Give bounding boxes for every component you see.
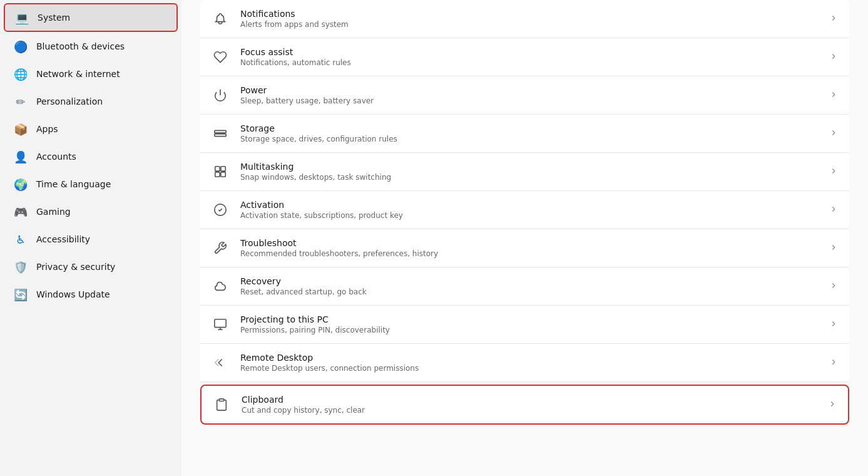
notifications-text: NotificationsAlerts from apps and system: [240, 9, 818, 29]
clipboard-title: Clipboard: [242, 395, 817, 405]
troubleshoot-icon: [212, 239, 229, 257]
time-icon: 🌍: [14, 177, 28, 191]
sidebar-label-accessibility: Accessibility: [36, 234, 90, 244]
multitasking-title: Multitasking: [240, 162, 818, 172]
activation-text: ActivationActivation state, subscription…: [240, 200, 818, 220]
recovery-chevron: [829, 281, 838, 292]
activation-title: Activation: [240, 200, 818, 210]
accessibility-icon: ♿: [14, 232, 28, 246]
main-content: NotificationsAlerts from apps and system…: [181, 0, 868, 476]
sidebar-label-network: Network & internet: [36, 69, 120, 79]
activation-chevron: [829, 205, 838, 215]
power-text: PowerSleep, battery usage, battery saver: [240, 85, 818, 105]
sidebar-label-system: System: [38, 13, 70, 23]
svg-rect-4: [221, 167, 225, 171]
settings-item-remote-desktop[interactable]: Remote DesktopRemote Desktop users, conn…: [200, 344, 849, 382]
network-icon: 🌐: [14, 67, 28, 81]
multitasking-text: MultitaskingSnap windows, desktops, task…: [240, 162, 818, 182]
notifications-desc: Alerts from apps and system: [240, 20, 818, 29]
recovery-desc: Reset, advanced startup, go back: [240, 287, 818, 296]
storage-text: StorageStorage space, drives, configurat…: [240, 123, 818, 143]
sidebar-label-personalization: Personalization: [36, 96, 103, 106]
settings-list: NotificationsAlerts from apps and system…: [200, 0, 849, 427]
power-title: Power: [240, 85, 818, 95]
remote-desktop-desc: Remote Desktop users, connection permiss…: [240, 364, 818, 373]
sidebar-item-time[interactable]: 🌍Time & language: [4, 171, 178, 197]
sidebar-label-gaming: Gaming: [36, 207, 71, 217]
sidebar-label-time: Time & language: [36, 179, 111, 189]
sidebar-item-network[interactable]: 🌐Network & internet: [4, 61, 178, 87]
settings-item-focus-assist[interactable]: Focus assistNotifications, automatic rul…: [200, 38, 849, 76]
notifications-title: Notifications: [240, 9, 818, 19]
remote-desktop-icon: [212, 354, 229, 371]
sidebar-item-privacy[interactable]: 🛡️Privacy & security: [4, 254, 178, 280]
focus-assist-title: Focus assist: [240, 47, 818, 57]
remote-desktop-title: Remote Desktop: [240, 353, 818, 363]
settings-item-troubleshoot[interactable]: TroubleshootRecommended troubleshooters,…: [200, 229, 849, 267]
sidebar-item-system[interactable]: 💻System: [4, 3, 178, 32]
system-icon: 💻: [15, 11, 29, 24]
settings-item-activation[interactable]: ActivationActivation state, subscription…: [200, 191, 849, 229]
remote-desktop-text: Remote DesktopRemote Desktop users, conn…: [240, 353, 818, 373]
sidebar-item-accounts[interactable]: 👤Accounts: [4, 143, 178, 170]
multitasking-icon: [212, 163, 229, 180]
svg-rect-8: [215, 319, 226, 328]
activation-desc: Activation state, subscriptions, product…: [240, 211, 818, 220]
settings-item-storage[interactable]: StorageStorage space, drives, configurat…: [200, 115, 849, 153]
clipboard-chevron: [828, 400, 837, 410]
sidebar-label-bluetooth: Bluetooth & devices: [36, 41, 125, 51]
settings-item-recovery[interactable]: RecoveryReset, advanced startup, go back: [200, 267, 849, 306]
notifications-chevron: [829, 14, 838, 24]
svg-rect-5: [215, 172, 220, 177]
update-icon: 🔄: [14, 287, 28, 301]
storage-title: Storage: [240, 123, 818, 133]
multitasking-desc: Snap windows, desktops, task switching: [240, 173, 818, 182]
troubleshoot-text: TroubleshootRecommended troubleshooters,…: [240, 238, 818, 258]
svg-rect-1: [215, 130, 226, 133]
focus-assist-text: Focus assistNotifications, automatic rul…: [240, 47, 818, 67]
storage-desc: Storage space, drives, configuration rul…: [240, 135, 818, 143]
power-chevron: [829, 90, 838, 101]
sidebar-item-accessibility[interactable]: ♿Accessibility: [4, 226, 178, 252]
sidebar: 💻System🔵Bluetooth & devices🌐Network & in…: [0, 0, 181, 476]
focus-assist-desc: Notifications, automatic rules: [240, 58, 818, 67]
settings-item-clipboard[interactable]: ClipboardCut and copy history, sync, cle…: [200, 385, 849, 425]
settings-item-projecting[interactable]: Projecting to this PCPermissions, pairin…: [200, 306, 849, 344]
power-desc: Sleep, battery usage, battery saver: [240, 96, 818, 105]
clipboard-icon: [213, 396, 230, 413]
sidebar-label-apps: Apps: [36, 124, 58, 134]
accounts-icon: 👤: [14, 150, 28, 163]
privacy-icon: 🛡️: [14, 260, 28, 274]
sidebar-item-bluetooth[interactable]: 🔵Bluetooth & devices: [4, 33, 178, 59]
svg-rect-3: [215, 167, 220, 171]
settings-item-power[interactable]: PowerSleep, battery usage, battery saver: [200, 76, 849, 115]
projecting-chevron: [829, 319, 838, 330]
recovery-text: RecoveryReset, advanced startup, go back: [240, 276, 818, 296]
settings-item-multitasking[interactable]: MultitaskingSnap windows, desktops, task…: [200, 153, 849, 191]
clipboard-text: ClipboardCut and copy history, sync, cle…: [242, 395, 817, 415]
sidebar-item-apps[interactable]: 📦Apps: [4, 116, 178, 142]
multitasking-chevron: [829, 167, 838, 177]
troubleshoot-title: Troubleshoot: [240, 238, 818, 248]
svg-rect-11: [219, 399, 223, 401]
apps-icon: 📦: [14, 122, 28, 136]
settings-item-notifications[interactable]: NotificationsAlerts from apps and system: [200, 0, 849, 38]
sidebar-item-update[interactable]: 🔄Windows Update: [4, 281, 178, 308]
projecting-text: Projecting to this PCPermissions, pairin…: [240, 314, 818, 334]
remote-desktop-chevron: [829, 358, 838, 368]
storage-icon: [212, 125, 229, 142]
storage-chevron: [829, 128, 838, 139]
personalization-icon: ✏️: [14, 95, 28, 108]
projecting-icon: [212, 316, 229, 333]
troubleshoot-chevron: [829, 243, 838, 254]
svg-rect-6: [221, 172, 225, 177]
sidebar-item-personalization[interactable]: ✏️Personalization: [4, 88, 178, 115]
focus-assist-chevron: [829, 52, 838, 63]
clipboard-desc: Cut and copy history, sync, clear: [242, 406, 817, 415]
recovery-icon: [212, 277, 229, 295]
projecting-title: Projecting to this PC: [240, 314, 818, 324]
activation-icon: [212, 201, 229, 219]
sidebar-item-gaming[interactable]: 🎮Gaming: [4, 199, 178, 225]
sidebar-label-update: Windows Update: [36, 289, 110, 299]
sidebar-label-privacy: Privacy & security: [36, 262, 115, 272]
